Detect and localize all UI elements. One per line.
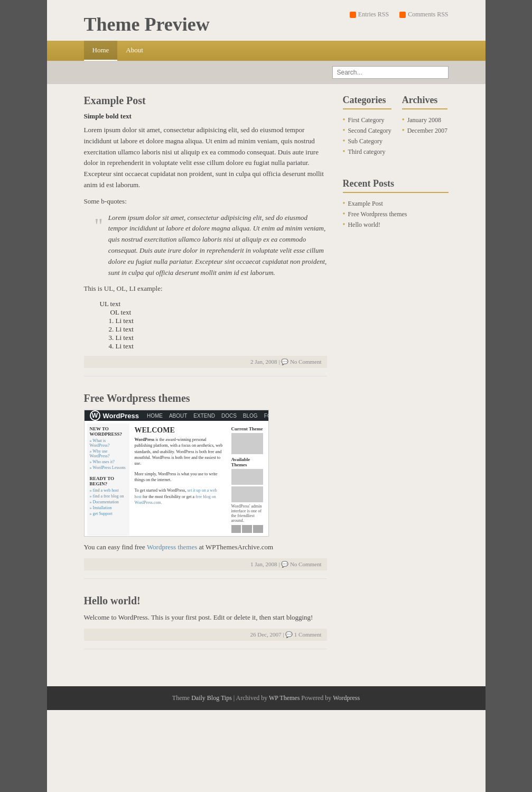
footer-theme-label: Theme xyxy=(172,694,190,702)
sidebar-categories: Categories First Category Second Categor… xyxy=(343,95,391,157)
wp-more-simply: More simply, WordPress is what you use t… xyxy=(135,471,223,483)
li-item-2: Li text xyxy=(116,325,327,334)
footer-powered-link[interactable]: Wordpress xyxy=(333,694,360,702)
comments-rss-link[interactable]: Comments RSS xyxy=(399,11,448,19)
wp-main-content: WELCOME WordPress is the award-winning p… xyxy=(132,423,226,536)
categories-title: Categories xyxy=(343,95,391,109)
wp-logo-text: WordPress xyxy=(103,412,139,420)
wp-thumb-3 xyxy=(253,525,263,533)
wp-thumb-2 xyxy=(242,525,252,533)
post-subtitle-1: Simple bold text xyxy=(84,112,327,121)
recent-post-link-3[interactable]: Hello world! xyxy=(348,221,380,229)
comment-icon-3: 💬 xyxy=(285,631,293,638)
search-bar xyxy=(47,61,486,84)
wp-nav-items: HOME ABOUT EXTEND DOCS BLOG FORUMS HOSTI… xyxy=(147,413,269,419)
wp-theme-1 xyxy=(231,469,263,485)
post-wordpress: Free Wordpress themes W WordPress HOME A… xyxy=(84,392,327,579)
wp-link-3: » Who uses it? xyxy=(90,459,127,464)
post-comment-link-2[interactable]: No Comment xyxy=(290,561,322,567)
wp-logo-icon: W xyxy=(90,410,100,421)
wp-sidebar-left: NEW TO WORDPRESS? » What is WordPress? »… xyxy=(87,423,129,536)
recent-post-link-1[interactable]: Example Post xyxy=(348,200,382,208)
main-column: Example Post Simple bold text Lorem ipsu… xyxy=(84,95,327,665)
nav-home[interactable]: Home xyxy=(84,41,118,61)
category-item-1[interactable]: First Category xyxy=(343,115,391,125)
recent-posts-list: Example Post Free Wordpress themes Hello… xyxy=(343,198,449,230)
post-list-intro: This is UL, OL, LI example: xyxy=(84,283,327,294)
wordpress-themes-link[interactable]: Wordpress themes xyxy=(147,543,197,551)
wp-to-get-started: To get started with WordPress, set it up… xyxy=(135,487,223,505)
post-title-1[interactable]: Example Post xyxy=(84,95,327,107)
sidebar: Categories First Category Second Categor… xyxy=(343,95,449,665)
footer-theme-link[interactable]: Daily Blog Tips xyxy=(191,694,232,702)
header-right: Entries RSS Comments RSS xyxy=(350,11,449,19)
ol-item: OL text Li text Li text Li text Li text xyxy=(110,308,327,351)
wp-welcome-text: WordPress is the award-winning personal … xyxy=(135,437,223,466)
post-body-3: Welcome to WordPress. This is your first… xyxy=(84,612,327,623)
quote-marks: " xyxy=(95,213,103,279)
recent-post-3[interactable]: Hello world! xyxy=(343,219,449,230)
wp-link-1: » What is WordPress? xyxy=(90,438,127,448)
archive-link-2[interactable]: December 2007 xyxy=(407,127,447,135)
archive-link-1[interactable]: January 2008 xyxy=(407,116,441,124)
ul-item: UL text OL text Li text Li text Li text … xyxy=(100,300,327,351)
post-title-3[interactable]: Hello world! xyxy=(84,595,327,607)
wp-link-9: » get Support xyxy=(90,511,127,516)
entries-rss-label: Entries RSS xyxy=(358,11,389,19)
post-date-3: 26 Dec, 2007 xyxy=(250,631,281,638)
wp-link-7: » Documentation xyxy=(90,500,127,504)
li-item-4: Li text xyxy=(116,342,327,351)
footer-archived-label: | Archived by xyxy=(234,694,267,702)
comment-icon-1: 💬 xyxy=(281,358,288,365)
recent-post-1[interactable]: Example Post xyxy=(343,198,449,209)
post-footer-3: 26 Dec, 2007 | 💬 1 Comment xyxy=(84,629,327,641)
post-footer-1: 2 Jan, 2008 | 💬 No Comment xyxy=(84,356,327,368)
category-link-1[interactable]: First Category xyxy=(348,116,384,124)
category-item-2[interactable]: Second Category xyxy=(343,125,391,136)
archives-title: Archives xyxy=(402,95,447,109)
wp-nav-docs: DOCS xyxy=(221,413,237,419)
wp-theme-2 xyxy=(231,486,263,502)
archive-item-2[interactable]: December 2007 xyxy=(402,125,447,136)
post-date-1: 2 Jan, 2008 xyxy=(250,358,277,365)
recent-post-link-2[interactable]: Free Wordpress themes xyxy=(348,210,407,218)
category-link-2[interactable]: Second Category xyxy=(348,127,391,135)
wp-link-2: » Why use WordPress? xyxy=(90,449,127,458)
recent-post-2[interactable]: Free Wordpress themes xyxy=(343,209,449,219)
archive-item-1[interactable]: January 2008 xyxy=(402,115,447,125)
entries-rss-link[interactable]: Entries RSS xyxy=(350,11,389,19)
post-comment-link-1[interactable]: No Comment xyxy=(290,358,322,365)
wp-logo: W WordPress xyxy=(90,410,139,421)
post-comment-link-3[interactable]: 1 Comment xyxy=(294,631,322,638)
wp-sidebar-right: Current Theme Available Themes WordPress… xyxy=(229,423,266,536)
post-body-1: Lorem ipsum dolor sit amet, consectetur … xyxy=(84,125,327,191)
post-title-2[interactable]: Free Wordpress themes xyxy=(84,392,327,404)
wp-current-theme: Current Theme xyxy=(231,426,263,431)
li-item-3: Li text xyxy=(116,334,327,342)
post-hello: Hello world! Welcome to WordPress. This … xyxy=(84,595,327,649)
wp-body: NEW TO WORDPRESS? » What is WordPress? »… xyxy=(85,421,268,537)
wp-nav-home: HOME xyxy=(147,413,163,419)
comment-icon-2: 💬 xyxy=(281,561,288,567)
content-area: Example Post Simple bold text Lorem ipsu… xyxy=(47,84,486,676)
wp-nav-about: ABOUT xyxy=(169,413,187,419)
wp-theme-thumbnails xyxy=(231,525,263,533)
wp-thumb-1 xyxy=(231,525,241,533)
wp-ready: READY TO BEGIN? xyxy=(90,476,127,486)
blockquote-text: Lorem ipsum dolor sit amet, consectetur … xyxy=(108,213,327,279)
category-item-3[interactable]: Sub Category xyxy=(343,136,391,146)
post-footer-2: 1 Jan, 2008 | 💬 No Comment xyxy=(84,558,327,570)
sidebar-top-row: Categories First Category Second Categor… xyxy=(343,95,449,168)
category-link-4[interactable]: Third category xyxy=(348,148,385,156)
category-link-3[interactable]: Sub Category xyxy=(348,137,382,145)
nav-about[interactable]: About xyxy=(117,41,152,61)
post-intro-text-2: You can easy find free xyxy=(84,543,145,551)
comments-rss-icon xyxy=(399,12,406,18)
category-item-4[interactable]: Third category xyxy=(343,146,391,157)
footer-archived-link[interactable]: WP Themes xyxy=(269,694,300,702)
categories-list: First Category Second Category Sub Categ… xyxy=(343,115,391,157)
search-input[interactable] xyxy=(332,66,449,79)
wp-nav-extend: EXTEND xyxy=(193,413,215,419)
li-item-1: Li text xyxy=(116,317,327,325)
post-intro-2: You can easy find free Wordpress themes … xyxy=(84,542,327,553)
